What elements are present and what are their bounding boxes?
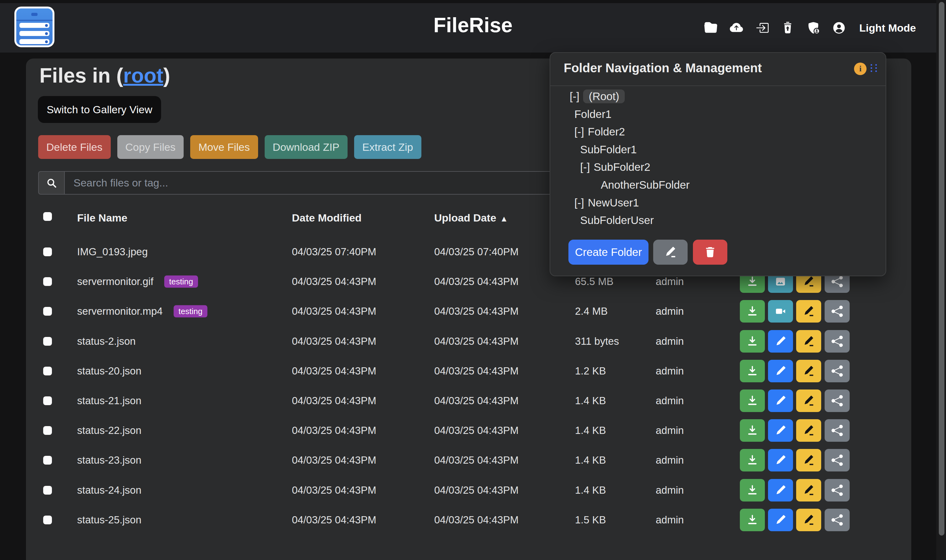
row-checkbox[interactable] — [43, 456, 52, 465]
edit-button[interactable] — [768, 360, 793, 382]
rename-button[interactable] — [796, 389, 821, 412]
file-tag: testing — [164, 275, 198, 288]
download-button[interactable] — [740, 479, 765, 502]
folder-tree-item[interactable]: Folder1 — [550, 105, 885, 123]
copy-files-button[interactable]: Copy Files — [117, 135, 184, 159]
shield-user-icon[interactable] — [807, 21, 820, 34]
share-button[interactable] — [824, 330, 850, 352]
column-upload-date[interactable]: Upload Date▲ — [434, 212, 508, 224]
row-checkbox[interactable] — [43, 426, 52, 435]
date-modified: 04/03/25 04:43PM — [292, 305, 376, 317]
row-checkbox[interactable] — [43, 367, 52, 375]
delete-files-button[interactable]: Delete Files — [38, 135, 111, 159]
edit-button[interactable] — [768, 509, 793, 531]
folder-name: SubFolder2 — [594, 161, 651, 173]
edit-button[interactable] — [768, 479, 793, 502]
download-button[interactable] — [740, 389, 765, 412]
rename-button[interactable] — [796, 360, 821, 382]
edit-button[interactable] — [768, 330, 793, 352]
rename-button[interactable] — [796, 509, 821, 531]
edit-button[interactable] — [768, 449, 793, 471]
search-icon[interactable] — [38, 171, 64, 195]
rename-button[interactable] — [796, 479, 821, 502]
download-button[interactable] — [740, 449, 765, 471]
download-button[interactable] — [740, 419, 765, 442]
share-button[interactable] — [824, 419, 850, 442]
folder-tree: [-](Root)Folder1[-]Folder2SubFolder1[-]S… — [550, 88, 885, 229]
delete-folder-button[interactable] — [693, 240, 728, 265]
share-button[interactable] — [824, 300, 850, 323]
rename-button[interactable] — [796, 300, 821, 323]
row-checkbox[interactable] — [43, 486, 52, 495]
file-name[interactable]: IMG_0193.jpeg — [77, 246, 148, 258]
select-all-checkbox[interactable] — [43, 212, 52, 221]
folder-tree-item[interactable]: AnotherSubFolder — [550, 176, 885, 194]
column-file-name[interactable]: File Name — [77, 212, 128, 224]
rename-button[interactable] — [796, 419, 821, 442]
extract-files-button[interactable]: Extract Zip — [354, 135, 421, 159]
row-checkbox[interactable] — [43, 248, 52, 256]
download-button[interactable] — [740, 509, 765, 531]
column-date-modified[interactable]: Date Modified — [292, 212, 361, 224]
gallery-view-button[interactable]: Switch to Gallery View — [38, 96, 161, 123]
account-icon[interactable] — [832, 21, 846, 34]
file-name[interactable]: servermonitor.mp4 — [77, 305, 163, 317]
folder-tree-item[interactable]: [-]Folder2 — [550, 123, 885, 141]
page-scrollbar[interactable] — [936, 0, 946, 560]
edit-button[interactable] — [768, 419, 793, 442]
file-name[interactable]: status-21.json — [77, 395, 142, 407]
collapse-toggle[interactable]: [-] — [570, 90, 579, 103]
sign-in-icon[interactable] — [755, 21, 769, 34]
folder-tree-item[interactable]: [-]SubFolder2 — [550, 158, 885, 176]
rename-button[interactable] — [796, 449, 821, 471]
file-size: 1.4 KB — [575, 395, 606, 407]
share-button[interactable] — [824, 360, 850, 382]
move-files-button[interactable]: Move Files — [190, 135, 258, 159]
drag-handle-icon[interactable] — [871, 64, 877, 72]
collapse-toggle[interactable]: [-] — [580, 161, 590, 173]
folder-tree-item[interactable]: SubFolder1 — [550, 141, 885, 158]
file-name[interactable]: status-20.json — [77, 365, 142, 377]
row-checkbox[interactable] — [43, 307, 52, 316]
share-button[interactable] — [824, 479, 850, 502]
file-row: status-2.json04/03/25 04:43PM04/03/25 04… — [26, 326, 911, 356]
info-icon[interactable]: i — [854, 63, 866, 75]
download-button[interactable] — [740, 300, 765, 323]
file-name[interactable]: status-23.json — [77, 454, 142, 466]
date-modified: 04/03/25 04:43PM — [292, 514, 376, 526]
share-button[interactable] — [824, 509, 850, 531]
edit-button[interactable] — [768, 389, 793, 412]
trash-restore-icon[interactable] — [781, 21, 794, 34]
collapse-toggle[interactable]: [-] — [574, 197, 584, 209]
share-button[interactable] — [824, 389, 850, 412]
file-name[interactable]: status-22.json — [77, 425, 142, 437]
rename-button[interactable] — [796, 330, 821, 352]
file-name[interactable]: status-2.json — [77, 335, 136, 347]
download-button[interactable] — [740, 330, 765, 352]
download-button[interactable] — [740, 360, 765, 382]
dlzip-files-button[interactable]: Download ZIP — [265, 135, 348, 159]
share-button[interactable] — [824, 449, 850, 471]
light-mode-toggle[interactable]: Light Mode — [859, 22, 916, 34]
folder-tree-item[interactable]: SubFolderUser — [550, 211, 885, 229]
file-name[interactable]: status-24.json — [77, 484, 142, 496]
preview-button[interactable] — [768, 300, 793, 323]
file-uploader: admin — [656, 275, 684, 288]
create-folder-button[interactable]: Create Folder — [568, 240, 649, 265]
file-uploader: admin — [656, 454, 684, 466]
folder-tree-item[interactable]: [-]NewUser1 — [550, 194, 885, 211]
file-name[interactable]: status-25.json — [77, 514, 142, 526]
row-checkbox[interactable] — [43, 337, 52, 346]
folder-panel-title: Folder Navigation & Management — [564, 61, 762, 75]
file-name[interactable]: servermonitor.gif — [77, 275, 154, 288]
cloud-upload-icon[interactable] — [730, 21, 743, 34]
rename-folder-button[interactable] — [653, 240, 688, 265]
collapse-toggle[interactable]: [-] — [574, 125, 584, 138]
root-link[interactable]: root — [123, 64, 163, 87]
folder-icon[interactable] — [704, 21, 717, 34]
row-checkbox[interactable] — [43, 515, 52, 524]
folder-tree-item[interactable]: [-](Root) — [550, 88, 885, 105]
row-checkbox[interactable] — [43, 396, 52, 405]
row-checkbox[interactable] — [43, 277, 52, 286]
scrollbar-thumb[interactable] — [939, 2, 944, 535]
